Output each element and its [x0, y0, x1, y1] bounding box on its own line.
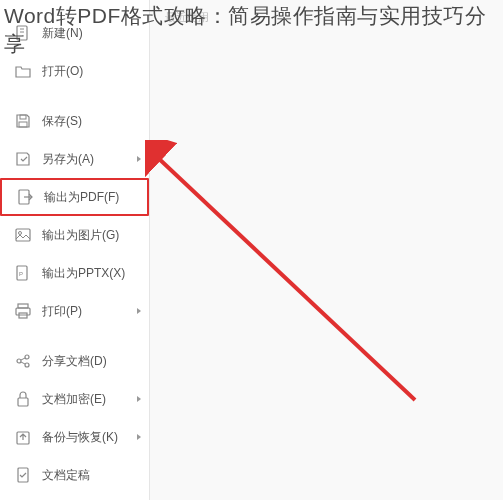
menu-label: 保存(S): [42, 113, 82, 130]
print-icon: [14, 302, 32, 320]
svg-text:P: P: [19, 271, 23, 277]
menu-label: 输出为PDF(F): [44, 189, 119, 206]
svg-rect-19: [18, 398, 28, 406]
chevron-right-icon: [137, 156, 141, 162]
menu-label: 备份与恢复(K): [42, 429, 118, 446]
screenshot-area: 新建(N) 打开(O) 保存(S) 另存为(A): [0, 0, 503, 500]
svg-rect-12: [16, 308, 30, 315]
menu-item-share[interactable]: 分享文档(D): [0, 342, 149, 380]
svg-rect-21: [18, 468, 28, 482]
image-icon: [14, 226, 32, 244]
menu-item-slim[interactable]: 文件瘦身: [0, 494, 149, 500]
svg-line-17: [21, 358, 25, 360]
menu-item-print[interactable]: 打印(P): [0, 292, 149, 330]
menu-item-save[interactable]: 保存(S): [0, 102, 149, 140]
svg-point-16: [25, 363, 29, 367]
menu-item-encrypt[interactable]: 文档加密(E): [0, 380, 149, 418]
svg-rect-7: [16, 229, 30, 241]
menu-item-docfix[interactable]: 文档定稿: [0, 456, 149, 494]
chevron-right-icon: [137, 434, 141, 440]
file-menu-sidebar: 新建(N) 打开(O) 保存(S) 另存为(A): [0, 0, 150, 500]
chevron-right-icon: [137, 308, 141, 314]
menu-item-saveas[interactable]: 另存为(A): [0, 140, 149, 178]
share-icon: [14, 352, 32, 370]
menu-list: 新建(N) 打开(O) 保存(S) 另存为(A): [0, 0, 149, 500]
menu-label: 打印(P): [42, 303, 82, 320]
svg-line-18: [21, 362, 25, 364]
menu-label: 文档定稿: [42, 467, 90, 484]
menu-item-exportimg[interactable]: 输出为图片(G): [0, 216, 149, 254]
svg-point-15: [25, 355, 29, 359]
menu-label: 分享文档(D): [42, 353, 107, 370]
chevron-right-icon: [137, 396, 141, 402]
saveas-icon: [14, 150, 32, 168]
menu-label: 输出为PPTX(X): [42, 265, 125, 282]
pptx-icon: P: [14, 264, 32, 282]
menu-label: 打开(O): [42, 63, 83, 80]
right-content-panel: 最近使用: [150, 0, 503, 500]
backup-icon: [14, 428, 32, 446]
svg-point-8: [19, 232, 22, 235]
svg-point-14: [17, 359, 21, 363]
menu-item-backup[interactable]: 备份与恢复(K): [0, 418, 149, 456]
svg-rect-11: [18, 304, 28, 308]
menu-label: 文档加密(E): [42, 391, 106, 408]
menu-item-exportpptx[interactable]: P 输出为PPTX(X): [0, 254, 149, 292]
encrypt-icon: [14, 390, 32, 408]
open-icon: [14, 62, 32, 80]
menu-label: 另存为(A): [42, 151, 94, 168]
menu-label: 输出为图片(G): [42, 227, 119, 244]
svg-rect-4: [19, 122, 27, 127]
page-title: Word转PDF格式攻略：简易操作指南与实用技巧分享: [4, 2, 499, 59]
docfix-icon: [14, 466, 32, 484]
pdf-icon: [16, 188, 34, 206]
save-icon: [14, 112, 32, 130]
menu-item-exportpdf[interactable]: 输出为PDF(F): [0, 178, 149, 216]
